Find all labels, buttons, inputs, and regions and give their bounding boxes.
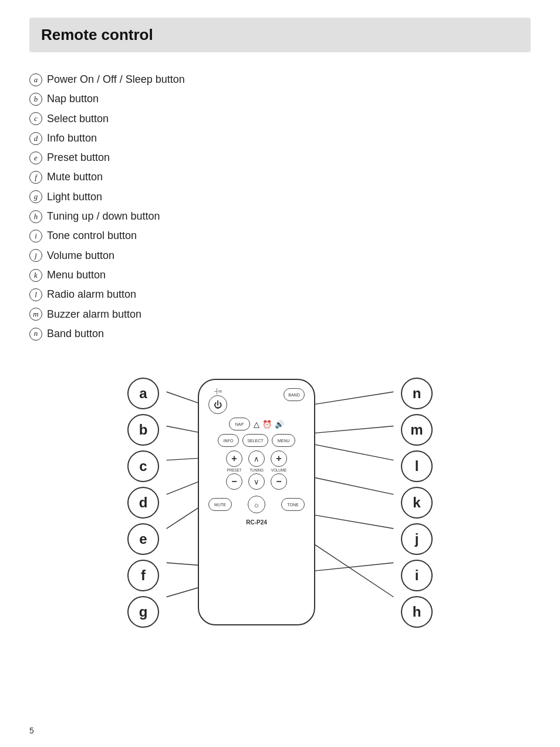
info-select-menu-row: INFO SELECT MENU — [206, 434, 307, 447]
legend-item-d: dInfo button — [29, 129, 531, 148]
legend-item-n: nBand button — [29, 324, 531, 344]
legend-letter-a: a — [29, 73, 42, 86]
legend-text-f: Mute button — [47, 167, 103, 187]
legend-text-h: Tuning up / down button — [47, 207, 160, 226]
legend-letter-c: c — [29, 112, 42, 125]
menu-button[interactable]: MENU — [272, 434, 295, 447]
preset-label: PRESET — [227, 468, 242, 472]
preset-minus-button[interactable]: − — [226, 473, 242, 490]
legend-text-k: Menu button — [47, 265, 106, 285]
svg-line-12 — [313, 563, 393, 571]
legend-letter-h: h — [29, 210, 42, 223]
legend-item-b: bNap button — [29, 89, 531, 109]
legend-item-h: hTuning up / down button — [29, 207, 531, 226]
diagram-area: a b c d e f g n m l k j i h — [29, 367, 531, 637]
legend-letter-d: d — [29, 132, 42, 145]
legend-item-l: lRadio alarm button — [29, 285, 531, 304]
legend-letter-g: g — [29, 190, 42, 203]
legend-text-i: Tone control button — [47, 226, 137, 245]
legend-text-d: Info button — [47, 129, 97, 148]
band-button[interactable]: BAND — [284, 388, 305, 401]
label-f: f — [127, 560, 159, 591]
svg-line-9 — [313, 445, 393, 460]
label-i: i — [401, 560, 433, 591]
power-button[interactable]: ⏻ — [208, 395, 227, 414]
label-a: a — [127, 378, 159, 409]
tone-button[interactable]: TONE — [281, 498, 305, 511]
page: Remote control aPower On / Off / Sleep b… — [0, 0, 560, 747]
legend-letter-b: b — [29, 93, 42, 106]
alarm-clock-icon: ⏰ — [262, 420, 272, 429]
remote-body: ·┤═ ⏻ BAND NAP △ ⏰ 🔊 — [198, 379, 315, 625]
volume-col: + VOLUME − — [271, 450, 287, 490]
tuning-label: TUNING — [249, 468, 264, 472]
legend-text-n: Band button — [47, 324, 104, 344]
tuning-down-button[interactable]: ∨ — [248, 473, 265, 490]
label-n: n — [401, 378, 433, 409]
legend-letter-l: l — [29, 288, 42, 301]
legend-item-f: fMute button — [29, 167, 531, 187]
preset-tuning-volume-row: + PRESET − ∧ TUNING ∨ + VOLUME − — [206, 450, 307, 490]
legend-text-g: Light button — [47, 187, 102, 207]
svg-line-8 — [313, 426, 393, 433]
legend-text-j: Volume button — [47, 246, 114, 265]
power-area: ·┤═ ⏻ — [208, 388, 227, 414]
tuning-col: ∧ TUNING ∨ — [248, 450, 265, 490]
header-bar: Remote control — [29, 18, 531, 52]
label-d: d — [127, 487, 159, 519]
legend-item-k: kMenu button — [29, 265, 531, 285]
legend-text-a: Power On / Off / Sleep button — [47, 70, 185, 89]
label-e: e — [127, 523, 159, 555]
preset-plus-button[interactable]: + — [226, 450, 242, 467]
legend-item-m: mBuzzer alarm button — [29, 305, 531, 324]
page-number: 5 — [29, 726, 34, 735]
volume-minus-button[interactable]: − — [271, 473, 287, 490]
svg-line-7 — [313, 392, 393, 405]
legend-text-e: Preset button — [47, 148, 110, 167]
label-g: g — [127, 596, 159, 628]
legend-text-m: Buzzer alarm button — [47, 305, 141, 324]
volume-plus-button[interactable]: + — [271, 450, 287, 467]
svg-line-10 — [313, 477, 393, 494]
bottom-row: MUTE ☼ TONE — [206, 496, 307, 513]
mute-button[interactable]: MUTE — [208, 498, 232, 511]
svg-line-13 — [313, 544, 393, 597]
alarm-bell-icon: △ — [254, 420, 259, 429]
signal-icon: ·┤═ — [214, 388, 221, 394]
page-title: Remote control — [41, 26, 153, 43]
legend-letter-e: e — [29, 152, 42, 164]
legend-letter-j: j — [29, 249, 42, 262]
legend-item-i: iTone control button — [29, 226, 531, 245]
legend-letter-m: m — [29, 308, 42, 321]
select-button[interactable]: SELECT — [242, 434, 268, 447]
preset-col: + PRESET − — [226, 450, 242, 490]
legend-item-a: aPower On / Off / Sleep button — [29, 70, 531, 89]
remote-top-area: ·┤═ ⏻ BAND — [206, 388, 307, 414]
legend-letter-f: f — [29, 171, 42, 184]
legend-letter-i: i — [29, 230, 42, 243]
right-labels: n m l k j i h — [401, 378, 433, 631]
legend-letter-k: k — [29, 269, 42, 282]
legend-item-j: jVolume button — [29, 246, 531, 265]
label-m: m — [401, 414, 433, 446]
label-k: k — [401, 487, 433, 519]
legend-list: aPower On / Off / Sleep buttonbNap butto… — [29, 70, 531, 344]
label-l: l — [401, 450, 433, 482]
label-b: b — [127, 414, 159, 446]
label-c: c — [127, 450, 159, 482]
legend-letter-n: n — [29, 328, 42, 341]
legend-text-b: Nap button — [47, 89, 99, 109]
legend-item-g: gLight button — [29, 187, 531, 207]
nap-alarm-row: NAP △ ⏰ 🔊 — [206, 418, 307, 430]
alarm-group: △ ⏰ 🔊 — [254, 420, 284, 429]
left-labels: a b c d e f g — [127, 378, 159, 631]
info-button[interactable]: INFO — [218, 434, 239, 447]
tuning-up-button[interactable]: ∧ — [248, 450, 265, 467]
light-button[interactable]: ☼ — [248, 496, 265, 513]
legend-item-e: ePreset button — [29, 148, 531, 167]
nap-button[interactable]: NAP — [229, 418, 250, 430]
legend-text-l: Radio alarm button — [47, 285, 136, 304]
legend-item-c: cSelect button — [29, 109, 531, 129]
remote-wrapper: a b c d e f g n m l k j i h — [122, 367, 438, 637]
model-label: RC-P24 — [246, 519, 267, 526]
